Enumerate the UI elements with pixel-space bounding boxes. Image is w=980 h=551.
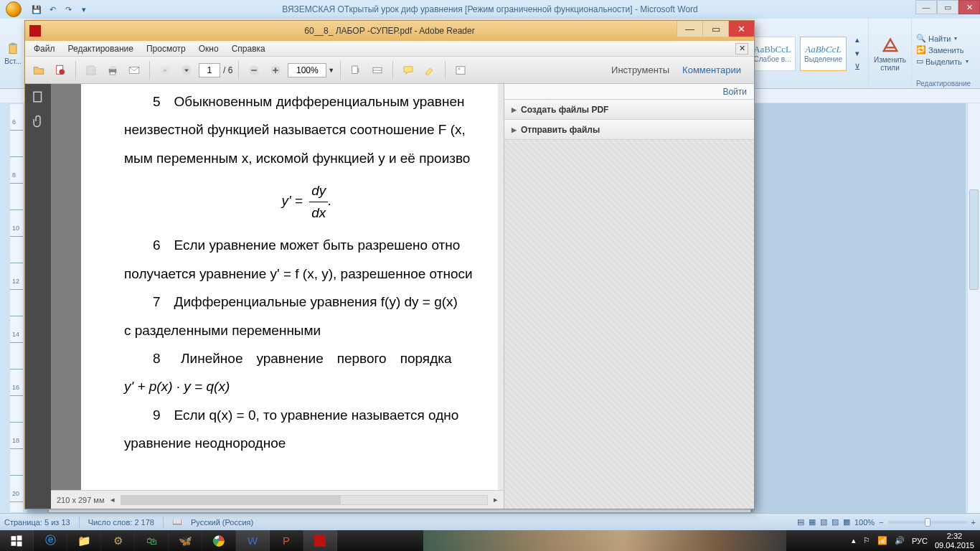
- page-up-icon[interactable]: [156, 61, 174, 80]
- styles-scroll-up-icon[interactable]: ▴: [851, 34, 864, 47]
- tray-language[interactable]: РУС: [912, 537, 928, 545]
- menu-window[interactable]: Окно: [193, 42, 225, 55]
- email-icon[interactable]: [125, 61, 143, 80]
- ruler-mark: 8: [12, 171, 16, 179]
- paste-label: Вст...: [4, 57, 21, 65]
- status-language[interactable]: Русский (Россия): [191, 518, 253, 527]
- page-down-icon[interactable]: [177, 61, 196, 80]
- pdf-page: 5 Обыкновенным дифференциальным уравнен …: [81, 84, 498, 490]
- styles-gallery[interactable]: AaBbCcL Слабое в... AaBbCcL Выделение ▴ …: [744, 19, 869, 88]
- thumbnails-icon[interactable]: [29, 88, 47, 105]
- taskpane-create-pdf[interactable]: ▶Создать файлы PDF: [504, 100, 754, 120]
- zoom-input[interactable]: [288, 63, 326, 77]
- word-vertical-scrollbar[interactable]: [967, 103, 980, 513]
- menu-view[interactable]: Просмотр: [141, 42, 192, 55]
- taskbar-settings-icon[interactable]: ⚙: [101, 530, 135, 551]
- style-box-emphasis[interactable]: AaBbCcL Выделение: [800, 37, 847, 71]
- sign-in-link[interactable]: Войти: [504, 84, 754, 100]
- reader-vertical-scrollbar[interactable]: [498, 84, 504, 490]
- view-print-layout-icon[interactable]: ▤: [797, 517, 804, 527]
- find-button[interactable]: 🔍Найти▾: [916, 34, 976, 43]
- tray-flag-icon[interactable]: ⚐: [863, 536, 870, 545]
- reader-close-button[interactable]: ✕: [728, 21, 754, 37]
- save-icon[interactable]: [82, 61, 100, 80]
- view-web-icon[interactable]: ▧: [820, 517, 827, 527]
- taskbar-word-icon[interactable]: W: [236, 530, 270, 551]
- word-vertical-ruler[interactable]: 6810121416182022: [9, 103, 24, 513]
- read-mode-icon[interactable]: [451, 61, 470, 80]
- pdf-line-4: 6 Если уравнение может быть разрешено от…: [124, 235, 489, 255]
- tray-clock[interactable]: 2:32 09.04.2015: [935, 532, 974, 549]
- attachments-icon[interactable]: [29, 113, 47, 130]
- start-button[interactable]: [0, 530, 34, 551]
- open-icon[interactable]: [29, 61, 48, 80]
- taskbar-adobe-icon[interactable]: [303, 530, 337, 551]
- print-icon[interactable]: [103, 61, 122, 80]
- comment-icon[interactable]: [399, 61, 418, 80]
- zoom-level[interactable]: 100%: [854, 518, 875, 527]
- highlight-icon[interactable]: [420, 61, 439, 80]
- zoom-in-button[interactable]: +: [971, 518, 976, 527]
- menu-help[interactable]: Справка: [226, 42, 271, 55]
- taskbar-explorer-icon[interactable]: 📁: [67, 530, 101, 551]
- redo-icon[interactable]: ↷: [62, 3, 75, 16]
- svg-rect-17: [252, 70, 258, 71]
- view-draft-icon[interactable]: ▩: [843, 517, 850, 527]
- reader-maximize-button[interactable]: ▭: [702, 21, 728, 37]
- status-page[interactable]: Страница: 5 из 13: [4, 518, 70, 527]
- reader-nav-pane: [25, 84, 51, 509]
- change-styles-button[interactable]: Изменить стили: [869, 19, 912, 88]
- zoom-out-icon[interactable]: [245, 61, 263, 80]
- tools-panel-button[interactable]: Инструменты: [611, 65, 669, 75]
- paste-button[interactable]: Вст...: [0, 19, 27, 88]
- hscroll-right-icon[interactable]: ▸: [494, 495, 498, 504]
- reader-horizontal-scrollbar[interactable]: [121, 495, 489, 505]
- status-word-count[interactable]: Число слов: 2 178: [88, 518, 154, 527]
- save-icon[interactable]: 💾: [30, 3, 43, 16]
- tray-volume-icon[interactable]: 🔊: [895, 536, 905, 545]
- styles-scroll-down-icon[interactable]: ▾: [851, 47, 864, 60]
- pdf-line-10: уравнение неоднородное: [124, 433, 489, 453]
- view-outline-icon[interactable]: ▨: [831, 517, 839, 527]
- page-total-label: / 6: [223, 65, 232, 75]
- taskpane-send-files[interactable]: ▶Отправить файлы: [504, 120, 754, 140]
- tray-network-icon[interactable]: 📶: [877, 536, 887, 545]
- word-minimize-button[interactable]: —: [915, 0, 937, 14]
- taskbar-chrome-icon[interactable]: [202, 530, 236, 551]
- fit-page-icon[interactable]: [347, 61, 365, 80]
- fit-width-icon[interactable]: [368, 61, 387, 80]
- view-fullscreen-icon[interactable]: ▦: [809, 517, 816, 527]
- qat-more-icon[interactable]: ▾: [77, 3, 90, 16]
- zoom-dropdown-icon[interactable]: ▼: [328, 67, 334, 74]
- hscroll-left-icon[interactable]: ◂: [110, 495, 115, 504]
- proofing-icon[interactable]: 📖: [172, 517, 182, 527]
- taskbar-ie-icon[interactable]: ⓔ: [34, 530, 67, 551]
- menu-file[interactable]: Файл: [28, 42, 61, 55]
- word-close-button[interactable]: ✕: [958, 0, 980, 14]
- replace-button[interactable]: 🔁Заменить: [916, 45, 976, 55]
- comments-panel-button[interactable]: Комментарии: [682, 65, 741, 75]
- editing-group-label: Редактирование: [916, 80, 971, 88]
- zoom-slider[interactable]: [888, 521, 967, 524]
- page-number-input[interactable]: [199, 63, 220, 77]
- scrollbar-thumb[interactable]: [969, 189, 979, 290]
- styles-more-icon[interactable]: ⊻: [851, 61, 864, 74]
- zoom-in-icon[interactable]: [266, 61, 285, 80]
- taskbar-store-icon[interactable]: 🛍: [135, 530, 169, 551]
- reader-titlebar[interactable]: 60__8_ ЛАБОР -СУПЕР.pdf - Adobe Reader —…: [25, 21, 754, 41]
- reader-minimize-button[interactable]: —: [677, 21, 702, 37]
- word-maximize-button[interactable]: ▭: [937, 0, 958, 14]
- taskbar-app1-icon[interactable]: 🦋: [169, 530, 202, 551]
- office-button[interactable]: [0, 0, 27, 19]
- create-pdf-icon[interactable]: [51, 61, 70, 80]
- taskbar-powerpoint-icon[interactable]: P: [270, 530, 303, 551]
- style-box-weak[interactable]: AaBbCcL Слабое в...: [749, 37, 796, 71]
- menu-edit[interactable]: Редактирование: [62, 42, 139, 55]
- undo-icon[interactable]: ↶: [46, 3, 59, 16]
- tray-up-icon[interactable]: ▴: [852, 536, 856, 545]
- select-button[interactable]: ▭Выделить▾: [916, 57, 976, 66]
- zoom-out-button[interactable]: −: [879, 518, 883, 527]
- svg-rect-21: [352, 66, 358, 74]
- reader-doc-close-button[interactable]: ✕: [735, 43, 748, 55]
- reader-document-viewport[interactable]: 5 Обыкновенным дифференциальным уравнен …: [51, 84, 504, 509]
